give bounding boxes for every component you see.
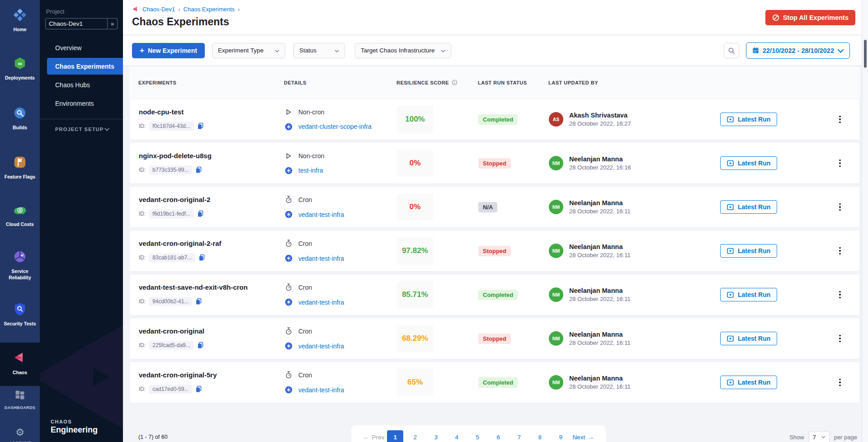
row-menu-kebab[interactable] [833,379,847,386]
infrastructure-link[interactable]: vedant-test-infra [298,343,344,350]
infrastructure-link[interactable]: vedant-test-infra [298,299,344,306]
experiment-type: Non-cron [298,108,325,116]
date-range-picker[interactable]: 22/10/2022 - 28/10/2022 [746,42,850,59]
infrastructure-link[interactable]: test-infra [298,167,323,174]
project-section-label: Project [46,8,123,15]
infrastructure-link[interactable]: vedant-test-infra [298,386,344,394]
resilience-score-tile: 65% [397,369,433,396]
id-label: ID: [139,342,146,348]
status-badge: N/A [478,202,497,212]
page-button-3[interactable]: 3 [427,430,445,442]
builds-icon [13,106,27,122]
infrastructure-link[interactable]: vedant-test-infra [298,211,344,218]
sidebar-item-security-tests[interactable]: Security Tests [0,299,40,331]
copy-icon[interactable] [195,298,202,305]
page-button-5[interactable]: 5 [468,430,486,442]
calendar-icon [752,47,759,54]
experiment-name[interactable]: node-cpu-test [139,108,284,116]
breadcrumb-experiments-link[interactable]: Chaos Experiments [184,6,235,13]
kubernetes-icon [284,298,292,306]
status-filter[interactable]: Status [293,43,345,58]
menu-item-environments[interactable]: Environments [40,95,123,112]
collapse-panel-button[interactable]: » [108,18,118,29]
row-menu-kebab[interactable] [833,116,847,123]
status-badge: Completed [478,114,518,125]
experiment-name[interactable]: vedant-test-save-nd-exit-v8h-cron [139,283,284,291]
row-menu-kebab[interactable] [833,335,847,343]
deployments-icon: ∞ [13,56,27,72]
scrollbar-thumb[interactable] [864,40,867,68]
latest-run-button[interactable]: Latest Run [720,376,777,389]
sidebar-item-builds[interactable]: Builds [0,103,40,135]
info-icon[interactable] [452,80,458,85]
resilience-score-tile: 100% [397,106,433,133]
updated-at: 28 October 2022, 16:11 [569,252,631,259]
row-menu-kebab[interactable] [833,247,847,255]
page-button-6[interactable]: 6 [489,430,507,442]
run-icon [727,379,734,386]
project-selector[interactable]: Chaos-Dev1 [45,18,108,29]
menu-item-chaos-experiments[interactable]: Chaos Experiments [47,58,123,75]
status-badge: Completed [478,290,518,300]
id-label: ID: [139,211,146,217]
sidebar-item-deployments[interactable]: ∞ Deployments [0,53,40,85]
id-label: ID: [139,123,146,129]
copy-icon[interactable] [195,386,202,393]
copy-icon[interactable] [198,254,205,261]
page-button-2[interactable]: 2 [406,430,424,442]
infrastructure-link[interactable]: vedant-test-infra [298,255,344,262]
menu-item-overview[interactable]: Overview [40,39,123,56]
next-page-button[interactable]: Next → [572,430,594,442]
latest-run-button[interactable]: Latest Run [720,156,777,170]
copy-icon[interactable] [197,210,204,217]
latest-run-button[interactable]: Latest Run [720,113,777,126]
latest-run-button[interactable]: Latest Run [720,332,777,345]
sidebar-item-cloud-costs[interactable]: $ Cloud Costs [0,200,40,231]
page-button-4[interactable]: 4 [448,430,466,442]
sidebar-item-dashboards[interactable]: DASHBOARDS [0,386,40,414]
resilience-score: 0% [410,159,421,168]
page-button-7[interactable]: 7 [510,430,528,442]
copy-icon[interactable] [197,122,204,130]
experiment-name[interactable]: vedant-cron-original-2 [139,196,284,203]
target-infrastructure-filter[interactable]: Target Chaos Infrastructure [355,43,452,58]
experiment-name[interactable]: nginx-pod-delete-u8sg [139,152,284,160]
copy-icon[interactable] [195,166,202,174]
experiment-name[interactable]: vedant-cron-original-5ry [139,371,284,379]
status-badge: Completed [478,377,518,388]
new-experiment-button[interactable]: + New Experiment [132,43,205,58]
sidebar-item-feature-flags[interactable]: Feature Flags [0,152,40,184]
latest-run-button[interactable]: Latest Run [720,200,777,214]
experiment-row: vedant-cron-original ID: 225fcad5-da9... [129,318,860,359]
col-last-run-status: LAST RUN STATUS [478,80,548,85]
avatar: NM [549,200,563,214]
prev-page-button[interactable]: ← Prev [363,430,384,442]
experiment-type: Cron [298,328,312,335]
page-size-select[interactable]: 7 [809,431,830,442]
experiment-name[interactable]: vedant-cron-original-2-raf [139,240,284,247]
sidebar-item-account-settings[interactable]: ⚙ ACCOUNT SETTINGS [0,424,40,442]
page-button-1[interactable]: 1 [387,430,403,442]
sidebar-item-chaos[interactable]: Chaos [0,343,40,386]
sidebar-item-service-reliability[interactable]: Service Reliability [0,246,40,284]
menu-item-chaos-hubs[interactable]: Chaos Hubs [40,76,123,93]
run-icon [727,116,734,123]
copy-icon[interactable] [197,342,204,349]
sidebar-item-home[interactable]: Home [0,5,40,37]
project-setup-toggle[interactable]: PROJECT SETUP [55,127,109,132]
latest-run-button[interactable]: Latest Run [720,288,777,301]
page-button-8[interactable]: 8 [531,430,549,442]
stop-all-experiments-button[interactable]: Stop All Experiments [765,10,855,25]
chevron-down-icon [335,47,339,54]
search-button[interactable] [724,43,739,58]
experiment-name[interactable]: vedant-cron-original [139,327,284,335]
experiment-type-filter[interactable]: Experiment Type [212,43,285,58]
page-button-9[interactable]: 9 [552,430,570,442]
row-menu-kebab[interactable] [833,203,847,211]
kubernetes-icon [284,123,292,131]
infrastructure-link[interactable]: vedant-cluster-scope-infra [298,123,372,130]
latest-run-button[interactable]: Latest Run [720,244,777,258]
row-menu-kebab[interactable] [833,160,847,167]
row-menu-kebab[interactable] [833,291,847,299]
breadcrumb-project-link[interactable]: Chaos-Dev1 [142,6,175,13]
